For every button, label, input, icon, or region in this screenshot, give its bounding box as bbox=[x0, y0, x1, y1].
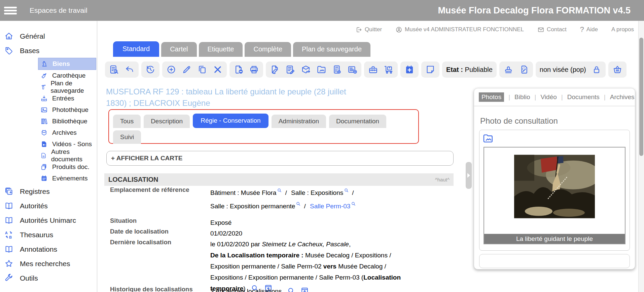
export-box-button[interactable] bbox=[301, 65, 311, 75]
page-scrollbar-thumb[interactable] bbox=[639, 38, 643, 156]
sidebar-item-evenements[interactable]: Evènements bbox=[38, 173, 96, 184]
tab-photos[interactable]: Photos bbox=[479, 92, 504, 102]
hamburger-menu-icon[interactable] bbox=[4, 5, 17, 16]
user-menu[interactable]: Musée v4 ADMINISTRATEUR FONCTIONNEL bbox=[395, 26, 524, 33]
sidebar-item-plan-sauvegarde[interactable]: Plan de sauvegarde bbox=[38, 81, 96, 93]
attach-file-button[interactable] bbox=[270, 65, 280, 75]
search-icon[interactable] bbox=[277, 188, 282, 193]
print-file-button[interactable] bbox=[234, 65, 244, 75]
sidebar-item-entrees[interactable]: Entrées bbox=[38, 93, 96, 104]
sidebar-item-registres[interactable]: Registres bbox=[0, 184, 97, 199]
add-event-button[interactable] bbox=[404, 65, 415, 75]
sidebar: Général Bases Biens Carothèque Plan de s… bbox=[0, 21, 97, 292]
sidebar-item-bibliotheque[interactable]: Bibliothèque bbox=[38, 116, 96, 127]
edit-list-button[interactable] bbox=[285, 65, 295, 75]
tab-documentation[interactable]: Documentation bbox=[329, 115, 386, 128]
sidebar-item-annotations[interactable]: Annotations bbox=[0, 242, 97, 256]
page-scrollbar-track[interactable] bbox=[638, 21, 644, 292]
search-icon[interactable] bbox=[296, 201, 301, 206]
sidebar-item-biens[interactable]: Biens bbox=[38, 58, 96, 70]
doc-wand-button[interactable] bbox=[519, 65, 529, 75]
search-icon[interactable] bbox=[344, 188, 349, 193]
media-folder-button[interactable] bbox=[316, 65, 326, 75]
panel-collapse-handle[interactable] bbox=[466, 162, 472, 189]
history-button[interactable] bbox=[145, 65, 155, 75]
tab-regie-conservation[interactable]: Régie - Conservation bbox=[193, 114, 268, 128]
tab-standard[interactable]: Standard bbox=[113, 41, 159, 57]
stamp-button[interactable] bbox=[503, 65, 513, 75]
aide-link[interactable]: ?Aide bbox=[580, 25, 598, 34]
sidebar-item-label: Produits doc. bbox=[52, 163, 90, 171]
edit-button[interactable] bbox=[182, 65, 192, 75]
delete-button[interactable] bbox=[213, 65, 223, 75]
apropos-link[interactable]: A propos bbox=[611, 26, 634, 33]
movement-button[interactable] bbox=[384, 65, 394, 75]
add-button[interactable] bbox=[166, 65, 176, 75]
sidebar-item-label: Autres documents bbox=[51, 148, 96, 163]
toolbox-icon bbox=[368, 65, 378, 75]
tab-biblio[interactable]: Biblio bbox=[514, 93, 530, 101]
print-button[interactable] bbox=[249, 65, 259, 75]
list-search-button[interactable] bbox=[109, 65, 119, 75]
sidebar-item-label: Bibliothèque bbox=[52, 118, 87, 125]
tab-etiquette[interactable]: Etiquette bbox=[199, 42, 243, 57]
sidebar-item-autorites-unimarc[interactable]: Autorités Unimarc bbox=[0, 213, 97, 227]
box-export-icon bbox=[301, 65, 311, 75]
tab-cartel[interactable]: Cartel bbox=[161, 42, 196, 57]
note-button[interactable] bbox=[425, 65, 435, 75]
tab-suivi[interactable]: Suivi bbox=[113, 130, 141, 144]
valuation-button[interactable] bbox=[332, 65, 342, 75]
show-map-expander[interactable]: + AFFICHER LA CARTE bbox=[106, 151, 454, 166]
tab-administration[interactable]: Administration bbox=[272, 115, 326, 128]
basket-icon bbox=[612, 65, 622, 75]
sidebar-item-autorites[interactable]: Autorités bbox=[0, 199, 97, 213]
sidebar-item-phototheque[interactable]: Photothèque bbox=[38, 104, 96, 116]
sidebar-item-produits-doc[interactable]: Produits doc. bbox=[38, 161, 96, 173]
visa-label: non visée (pop) bbox=[540, 66, 586, 74]
record-title[interactable]: MUSFLORA RF 129 : tableau La liberté gui… bbox=[106, 86, 362, 109]
sidebar-item-archives[interactable]: Archives bbox=[38, 127, 96, 138]
quitter-link[interactable]: Quitter bbox=[355, 26, 382, 33]
basket-button[interactable] bbox=[612, 65, 622, 75]
field-date-localisation: Date de localisation 01/02/2020 bbox=[110, 228, 426, 239]
field-emplacement: Emplacement de référence Bâtiment : Musé… bbox=[110, 186, 426, 213]
sidebar-item-outils[interactable]: Outils bbox=[0, 271, 97, 285]
stamp-icon bbox=[503, 65, 513, 75]
sidebar-item-label: Général bbox=[20, 32, 45, 40]
copy-icon bbox=[197, 65, 207, 75]
document-icon bbox=[40, 152, 47, 159]
top-anchor-link[interactable]: ^haut^ bbox=[435, 177, 450, 182]
sidebar-item-thesaurus[interactable]: Thesaurus bbox=[0, 227, 97, 242]
open-book-icon bbox=[4, 216, 13, 225]
add-circle-icon bbox=[166, 65, 176, 75]
tab-documents[interactable]: Documents bbox=[567, 93, 600, 101]
lock-button[interactable] bbox=[592, 65, 602, 75]
field-historique: Historique des localisations 3 Anciennes… bbox=[110, 286, 426, 292]
video-file-icon bbox=[40, 140, 48, 148]
list-edit-icon bbox=[285, 65, 295, 75]
sidebar-item-bases[interactable]: Bases bbox=[0, 43, 97, 58]
workspace-label[interactable]: Espaces de travail bbox=[30, 6, 87, 14]
tab-plan-sauvegarde[interactable]: Plan de sauvegarde bbox=[293, 42, 370, 57]
derniere-text: , bbox=[349, 241, 351, 248]
sidebar-item-mes-recherches[interactable]: Mes recherches bbox=[0, 256, 97, 271]
contact-link[interactable]: Contact bbox=[537, 26, 567, 33]
tab-description[interactable]: Description bbox=[144, 115, 190, 128]
folder-image-icon[interactable] bbox=[482, 133, 494, 144]
tab-video[interactable]: Vidéo bbox=[541, 93, 557, 101]
tab-archives[interactable]: Archives bbox=[610, 93, 635, 101]
duplicate-button[interactable] bbox=[197, 65, 207, 75]
tab-complete[interactable]: Complète bbox=[245, 42, 291, 57]
view-tabs: Standard Cartel Etiquette Complète Plan … bbox=[113, 41, 370, 57]
tab-tous[interactable]: Tous bbox=[113, 115, 141, 128]
back-button[interactable] bbox=[124, 65, 135, 75]
open-record-icon[interactable] bbox=[300, 287, 309, 292]
search-icon[interactable] bbox=[287, 287, 295, 292]
press-add-button[interactable] bbox=[347, 65, 357, 75]
sidebar-item-general[interactable]: Général bbox=[0, 29, 97, 43]
photo-frame[interactable]: La liberté guidant le peuple bbox=[484, 147, 625, 244]
sidebar-item-autres-documents[interactable]: Autres documents bbox=[38, 150, 96, 161]
restoration-button[interactable] bbox=[368, 65, 378, 75]
salle-perm-03-link[interactable]: Salle Perm-03 bbox=[310, 203, 350, 210]
search-icon[interactable] bbox=[351, 201, 356, 206]
